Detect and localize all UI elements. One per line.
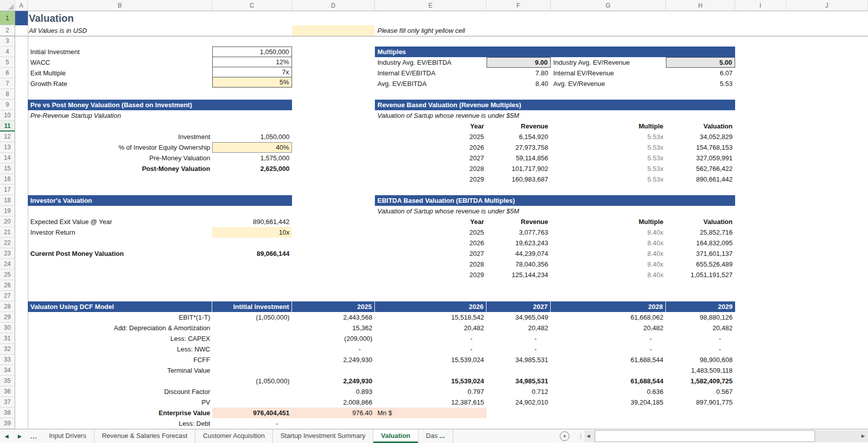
dcf-cell[interactable]: (1,050,000)	[212, 376, 292, 386]
cell-a1-fill[interactable]	[15, 11, 28, 25]
multiple-value-cell[interactable]: 6.07	[666, 68, 735, 78]
valuation-cell[interactable]: 655,526,489	[666, 259, 735, 270]
valuation-cell[interactable]: 34,052,829	[666, 131, 735, 142]
dcf-cell[interactable]: 98,880,126	[666, 312, 735, 323]
row-header-12[interactable]: 12	[0, 131, 15, 142]
dcf-cell[interactable]: 0.893	[292, 386, 375, 397]
dcf-cell[interactable]	[666, 408, 735, 418]
wacc-input[interactable]: 12%	[212, 57, 292, 67]
multiple-cell[interactable]: 5.53x	[551, 153, 666, 163]
scrollbar-right-arrow-icon[interactable]: ▶	[861, 430, 865, 442]
multiple-value-cell[interactable]: 5.53	[666, 78, 735, 89]
dcf-cell[interactable]	[487, 408, 551, 418]
row-header-22[interactable]: 22	[0, 238, 15, 248]
dcf-cell[interactable]	[292, 418, 375, 429]
column-header-b[interactable]: B	[28, 0, 212, 11]
row-header-16[interactable]: 16	[0, 174, 15, 185]
sheet-tab-revenue-salaries-forecast[interactable]: Revenue & Salaries Forecast	[94, 429, 196, 443]
dcf-cell[interactable]	[212, 355, 292, 365]
year-cell[interactable]: 2029	[375, 174, 487, 185]
dcf-cell[interactable]: 897,901,775	[666, 397, 735, 408]
dcf-cell[interactable]: 0.567	[666, 386, 735, 397]
dcf-cell[interactable]	[375, 365, 487, 376]
current-post-money-value[interactable]: 89,066,144	[212, 248, 292, 259]
dcf-cell[interactable]: 20,482	[666, 323, 735, 333]
pre-post-value-cell[interactable]: 1,575,000	[212, 153, 292, 163]
dcf-cell[interactable]: (209,000)	[292, 333, 375, 344]
dcf-cell[interactable]: (1,050,000)	[212, 312, 292, 323]
row-header-18[interactable]: 18	[0, 195, 15, 206]
revenue-cell[interactable]: 125,144,234	[487, 270, 551, 280]
valuation-cell[interactable]: 154,768,153	[666, 142, 735, 153]
dcf-cell[interactable]: 98,900,608	[666, 355, 735, 365]
row-header-29[interactable]: 29	[0, 312, 15, 323]
dcf-cell[interactable]: 61,668,062	[551, 312, 666, 323]
dcf-cell[interactable]	[551, 408, 666, 418]
valuation-cell[interactable]: 890,661,442	[666, 174, 735, 185]
dcf-cell[interactable]	[551, 418, 666, 429]
revenue-cell[interactable]: 59,114,856	[487, 153, 551, 163]
multiple-value-cell[interactable]: 5.00	[666, 57, 735, 68]
row-header-24[interactable]: 24	[0, 259, 15, 270]
dcf-cell[interactable]: 0.636	[551, 386, 666, 397]
revenue-cell[interactable]: 44,239,074	[487, 248, 551, 259]
row-header-10[interactable]: 10	[0, 110, 15, 121]
row-header-21[interactable]: 21	[0, 227, 15, 238]
scrollbar-left-arrow-icon[interactable]: ◀	[587, 430, 590, 442]
multiple-cell[interactable]: 5.53x	[551, 142, 666, 153]
row-header-20[interactable]: 20	[0, 216, 15, 227]
dcf-cell[interactable]: -	[375, 333, 487, 344]
row-header-9[interactable]: 9	[0, 100, 15, 110]
tab-overflow-icon[interactable]: ...	[26, 429, 41, 443]
dcf-cell[interactable]: -	[212, 418, 292, 429]
year-cell[interactable]: 2028	[375, 163, 487, 174]
row-header-7[interactable]: 7	[0, 78, 15, 89]
dcf-cell[interactable]	[212, 344, 292, 355]
dcf-cell[interactable]: 24,902,010	[487, 397, 551, 408]
row-header-15[interactable]: 15	[0, 163, 15, 174]
dcf-cell[interactable]: 15,539,024	[375, 355, 487, 365]
year-cell[interactable]: 2029	[375, 270, 487, 280]
row-header-28[interactable]: 28	[0, 301, 15, 312]
sheet-tab-startup-investment-summary[interactable]: Startup Investment Summary	[273, 429, 373, 443]
row-header-11[interactable]: 11	[0, 121, 15, 131]
dcf-cell[interactable]: 2,008,866	[292, 397, 375, 408]
row-header-8[interactable]: 8	[0, 89, 15, 100]
dcf-cell[interactable]	[212, 397, 292, 408]
row-header-34[interactable]: 34	[0, 365, 15, 376]
revenue-cell[interactable]: 78,040,356	[487, 259, 551, 270]
row-header-1[interactable]: 1	[0, 11, 15, 25]
dcf-cell[interactable]: 20,482	[551, 323, 666, 333]
pre-post-value-cell[interactable]: 2,625,000	[212, 163, 292, 174]
row-header-27[interactable]: 27	[0, 291, 15, 301]
dcf-cell[interactable]	[292, 365, 375, 376]
dcf-cell[interactable]: -	[666, 344, 735, 355]
column-header-j[interactable]: J	[786, 0, 868, 11]
dcf-cell[interactable]: 20,482	[375, 323, 487, 333]
dcf-cell[interactable]: -	[551, 344, 666, 355]
row-header-32[interactable]: 32	[0, 344, 15, 355]
dcf-cell[interactable]: 39,204,185	[551, 397, 666, 408]
row-header-4[interactable]: 4	[0, 47, 15, 57]
row-header-35[interactable]: 35	[0, 376, 15, 386]
row-header-17[interactable]: 17	[0, 185, 15, 195]
row-header-37[interactable]: 37	[0, 397, 15, 408]
multiple-cell[interactable]: 8.40x	[551, 248, 666, 259]
valuation-cell[interactable]: 562,766,422	[666, 163, 735, 174]
multiple-cell[interactable]: 8.40x	[551, 227, 666, 238]
dcf-cell[interactable]: 61,688,544	[551, 376, 666, 386]
sheet-tab-das[interactable]: Das ...	[418, 429, 453, 443]
dcf-cell[interactable]: 1,582,409,725	[666, 376, 735, 386]
multiple-cell[interactable]: 5.53x	[551, 174, 666, 185]
row-header-30[interactable]: 30	[0, 323, 15, 333]
dcf-cell[interactable]: 34,985,531	[487, 355, 551, 365]
multiple-value-cell[interactable]: 7.80	[487, 68, 551, 78]
dcf-cell[interactable]: 1,483,509,118	[666, 365, 735, 376]
dcf-cell[interactable]: 34,965,049	[487, 312, 551, 323]
year-cell[interactable]: 2026	[375, 238, 487, 248]
dcf-cell[interactable]: 2,443,568	[292, 312, 375, 323]
dcf-cell[interactable]	[666, 418, 735, 429]
year-cell[interactable]: 2027	[375, 153, 487, 163]
revenue-cell[interactable]: 101,717,902	[487, 163, 551, 174]
row-header-13[interactable]: 13	[0, 142, 15, 153]
